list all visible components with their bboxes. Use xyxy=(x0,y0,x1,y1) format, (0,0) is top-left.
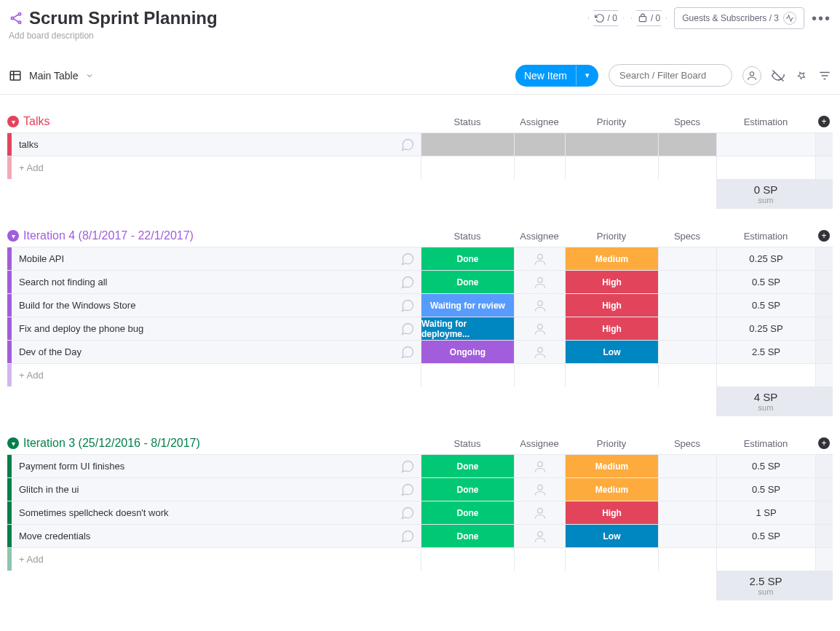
add-item-row[interactable]: + Add xyxy=(7,547,833,571)
table-row[interactable]: Dev of the DayOngoingLow2.5 SP xyxy=(7,340,833,363)
group-title[interactable]: Iteration 4 (8/1/2017 - 22/1/2017) xyxy=(23,229,194,242)
priority-cell[interactable]: Medium xyxy=(565,478,658,501)
column-header-specs[interactable]: Specs xyxy=(658,116,716,127)
column-header-estimation[interactable]: Estimation xyxy=(716,438,815,449)
chat-icon[interactable] xyxy=(395,341,421,363)
estimation-cell[interactable]: 0.25 SP xyxy=(716,247,815,270)
view-switcher[interactable]: Main Table xyxy=(9,69,94,82)
guests-subscribers-button[interactable]: Guests & Subscribers / 3 xyxy=(674,7,804,29)
item-name[interactable]: Sometimes spellcheck doesn't work xyxy=(12,501,395,524)
estimation-cell[interactable] xyxy=(716,133,815,156)
priority-cell[interactable]: High xyxy=(565,501,658,524)
table-row[interactable]: Sometimes spellcheck doesn't workDoneHig… xyxy=(7,501,833,524)
assignee-cell[interactable] xyxy=(514,525,565,547)
table-row[interactable]: Move credentialsDoneLow0.5 SP xyxy=(7,524,833,547)
integrations-badge[interactable]: / 0 xyxy=(631,10,667,26)
table-row[interactable]: Glitch in the uiDoneMedium0.5 SP xyxy=(7,477,833,501)
column-header-specs[interactable]: Specs xyxy=(658,231,716,242)
priority-cell[interactable]: Medium xyxy=(565,247,658,270)
status-cell[interactable]: Waiting for review xyxy=(421,294,514,317)
assignee-cell[interactable] xyxy=(514,478,565,501)
person-filter-icon[interactable] xyxy=(742,66,761,85)
item-name[interactable]: Mobile API xyxy=(12,247,395,270)
add-column-icon[interactable]: + xyxy=(818,116,830,127)
add-column-icon[interactable]: + xyxy=(818,437,830,449)
specs-cell[interactable] xyxy=(658,501,716,524)
estimation-cell[interactable]: 2.5 SP xyxy=(716,341,815,363)
status-cell[interactable]: Done xyxy=(421,478,514,501)
item-name[interactable]: Glitch in the ui xyxy=(12,478,395,501)
assignee-cell[interactable] xyxy=(514,294,565,317)
column-header-estimation[interactable]: Estimation xyxy=(716,116,815,127)
estimation-cell[interactable]: 0.5 SP xyxy=(716,294,815,317)
chat-icon[interactable] xyxy=(395,525,421,547)
specs-cell[interactable] xyxy=(658,478,716,501)
group-collapse-icon[interactable]: ▾ xyxy=(7,437,19,449)
column-header-assignee[interactable]: Assignee xyxy=(514,116,565,127)
column-header-estimation[interactable]: Estimation xyxy=(716,231,815,242)
priority-cell[interactable]: High xyxy=(565,294,658,317)
item-name[interactable]: talks xyxy=(12,133,395,156)
group-title[interactable]: Talks xyxy=(23,115,49,128)
table-row[interactable]: Mobile APIDoneMedium0.25 SP xyxy=(7,247,833,270)
specs-cell[interactable] xyxy=(658,317,716,340)
column-header-status[interactable]: Status xyxy=(421,116,514,127)
item-name[interactable]: Move credentials xyxy=(12,525,395,547)
add-item-row[interactable]: + Add xyxy=(7,156,833,179)
priority-cell[interactable]: Low xyxy=(565,525,658,547)
filter-icon[interactable] xyxy=(818,69,831,82)
estimation-cell[interactable]: 0.5 SP xyxy=(716,271,815,293)
status-cell[interactable]: Done xyxy=(421,501,514,524)
column-header-specs[interactable]: Specs xyxy=(658,438,716,449)
column-header-priority[interactable]: Priority xyxy=(565,116,658,127)
assignee-cell[interactable] xyxy=(514,271,565,293)
status-cell[interactable]: Done xyxy=(421,455,514,477)
assignee-cell[interactable] xyxy=(514,341,565,363)
priority-cell[interactable] xyxy=(565,133,658,156)
chat-icon[interactable] xyxy=(395,455,421,477)
priority-cell[interactable]: Medium xyxy=(565,455,658,477)
board-description[interactable]: Add board description xyxy=(9,31,831,41)
chat-icon[interactable] xyxy=(395,294,421,317)
column-header-priority[interactable]: Priority xyxy=(565,231,658,242)
specs-cell[interactable] xyxy=(658,455,716,477)
assignee-cell[interactable] xyxy=(514,133,565,156)
automations-badge[interactable]: / 0 xyxy=(588,10,624,26)
column-header-assignee[interactable]: Assignee xyxy=(514,438,565,449)
status-cell[interactable]: Waiting for deployme... xyxy=(421,317,514,340)
status-cell[interactable]: Done xyxy=(421,271,514,293)
more-options-icon[interactable]: ••• xyxy=(812,10,831,27)
pin-icon[interactable] xyxy=(795,69,808,82)
chat-icon[interactable] xyxy=(395,317,421,340)
table-row[interactable]: talks xyxy=(7,132,833,156)
column-header-status[interactable]: Status xyxy=(421,231,514,242)
item-name[interactable]: Dev of the Day xyxy=(12,341,395,363)
column-header-priority[interactable]: Priority xyxy=(565,438,658,449)
priority-cell[interactable]: High xyxy=(565,271,658,293)
new-item-button[interactable]: New Item ▾ xyxy=(515,65,598,87)
add-item-label[interactable]: + Add xyxy=(12,364,395,386)
priority-cell[interactable]: High xyxy=(565,317,658,340)
specs-cell[interactable] xyxy=(658,247,716,270)
new-item-dropdown[interactable]: ▾ xyxy=(576,66,598,85)
group-title[interactable]: Iteration 3 (25/12/2016 - 8/1/2017) xyxy=(23,437,200,450)
item-name[interactable]: Build for the Windows Store xyxy=(12,294,395,317)
assignee-cell[interactable] xyxy=(514,501,565,524)
add-column-icon[interactable]: + xyxy=(818,230,830,242)
group-collapse-icon[interactable]: ▾ xyxy=(7,116,19,127)
table-row[interactable]: Fix and deploy the phone bugWaiting for … xyxy=(7,317,833,340)
estimation-cell[interactable]: 0.5 SP xyxy=(716,455,815,477)
group-collapse-icon[interactable]: ▾ xyxy=(7,230,19,242)
add-item-label[interactable]: + Add xyxy=(12,548,395,571)
specs-cell[interactable] xyxy=(658,133,716,156)
estimation-cell[interactable]: 0.5 SP xyxy=(716,525,815,547)
item-name[interactable]: Payment form UI finishes xyxy=(12,455,395,477)
item-name[interactable]: Fix and deploy the phone bug xyxy=(12,317,395,340)
chat-icon[interactable] xyxy=(395,501,421,524)
specs-cell[interactable] xyxy=(658,341,716,363)
status-cell[interactable]: Done xyxy=(421,247,514,270)
add-item-label[interactable]: + Add xyxy=(12,156,395,179)
chat-icon[interactable] xyxy=(395,478,421,501)
estimation-cell[interactable]: 0.5 SP xyxy=(716,478,815,501)
chat-icon[interactable] xyxy=(395,247,421,270)
